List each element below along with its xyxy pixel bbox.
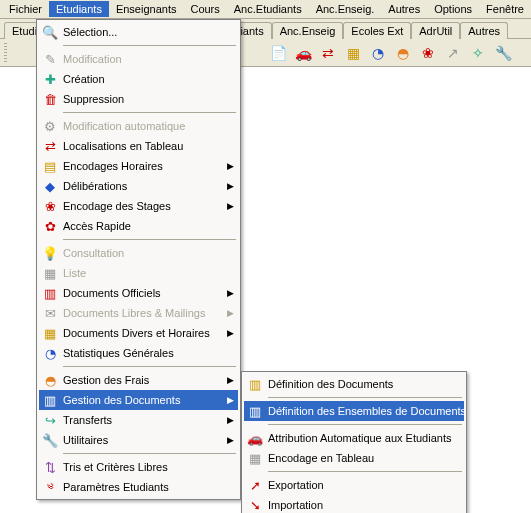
- menu-modification-label: Modification: [63, 53, 234, 65]
- menubar-item-ancenseig[interactable]: Anc.Enseig.: [309, 1, 382, 17]
- menu-separator: [268, 424, 462, 425]
- menu-docs-divers[interactable]: ▦Documents Divers et Horaires▶: [39, 323, 238, 343]
- menu-separator: [63, 112, 236, 113]
- menu-modification-icon: ✎: [41, 50, 59, 68]
- tb-10[interactable]: 🔧: [492, 42, 514, 64]
- menu-gestion-documents-icon: ▥: [41, 391, 59, 409]
- tab-ecolesext[interactable]: Ecoles Ext: [343, 22, 411, 39]
- submenu-arrow-icon: ▶: [224, 328, 234, 338]
- sub-attribution-auto[interactable]: 🚗Attribution Automatique aux Etudiants: [244, 428, 464, 448]
- sub-def-ensembles[interactable]: ▥Définition des Ensembles de Documents: [244, 401, 464, 421]
- menu-separator: [63, 453, 236, 454]
- menubar-item-fentre[interactable]: Fenêtre: [479, 1, 531, 17]
- tb-05[interactable]: ◔: [367, 42, 389, 64]
- menu-acces-rapide-label: Accès Rapide: [63, 220, 234, 232]
- menu-liste-label: Liste: [63, 267, 234, 279]
- menu-transferts[interactable]: ↪Transferts▶: [39, 410, 238, 430]
- submenu-gestion-documents: ▥Définition des Documents▥Définition des…: [241, 371, 467, 513]
- menu-creation[interactable]: ✚Création: [39, 69, 238, 89]
- menu-encodage-stages[interactable]: ❀Encodage des Stages▶: [39, 196, 238, 216]
- menu-creation-label: Création: [63, 73, 234, 85]
- menu-separator: [268, 397, 462, 398]
- menu-encodages-horaires[interactable]: ▤Encodages Horaires▶: [39, 156, 238, 176]
- tb-04[interactable]: ▦: [342, 42, 364, 64]
- submenu-arrow-icon: ▶: [224, 375, 234, 385]
- menu-utilitaires-icon: 🔧: [41, 431, 59, 449]
- menubar-item-autres[interactable]: Autres: [381, 1, 427, 17]
- menu-docs-divers-label: Documents Divers et Horaires: [63, 327, 224, 339]
- menu-transferts-label: Transferts: [63, 414, 224, 426]
- menu-modif-auto-label: Modification automatique: [63, 120, 234, 132]
- sub-encodage-tableau-icon: ▦: [246, 449, 264, 467]
- menu-docs-officiels[interactable]: ▥Documents Officiels▶: [39, 283, 238, 303]
- menu-localisations-label: Localisations en Tableau: [63, 140, 234, 152]
- tb-07[interactable]: ❀: [417, 42, 439, 64]
- menu-tris-criteres-label: Tris et Critères Libres: [63, 461, 234, 473]
- sub-attribution-auto-label: Attribution Automatique aux Etudiants: [268, 432, 460, 444]
- menu-modif-auto: ⚙Modification automatique: [39, 116, 238, 136]
- menubar-item-enseignants[interactable]: Enseignants: [109, 1, 184, 17]
- sub-def-documents[interactable]: ▥Définition des Documents: [244, 374, 464, 394]
- menu-stats[interactable]: ◔Statistiques Générales: [39, 343, 238, 363]
- menubar-item-fichier[interactable]: Fichier: [2, 1, 49, 17]
- menu-acces-rapide-icon: ✿: [41, 217, 59, 235]
- submenu-arrow-icon: ▶: [224, 201, 234, 211]
- menu-transferts-icon: ↪: [41, 411, 59, 429]
- menu-separator: [63, 45, 236, 46]
- menubar-item-options[interactable]: Options: [427, 1, 479, 17]
- menu-tris-criteres[interactable]: ⇅Tris et Critères Libres: [39, 457, 238, 477]
- menubar-item-ancetudiants[interactable]: Anc.Etudiants: [227, 1, 309, 17]
- tb-08[interactable]: ↗: [442, 42, 464, 64]
- menubar: FichierEtudiantsEnseignantsCoursAnc.Etud…: [0, 0, 531, 19]
- menu-suppression[interactable]: 🗑Suppression: [39, 89, 238, 109]
- menu-docs-libres-icon: ✉: [41, 304, 59, 322]
- menu-gestion-documents[interactable]: ▥Gestion des Documents▶: [39, 390, 238, 410]
- menu-liste-icon: ▦: [41, 264, 59, 282]
- tab-ancenseig[interactable]: Anc.Enseig: [272, 22, 344, 39]
- tb-02[interactable]: 🚗: [292, 42, 314, 64]
- sub-encodage-tableau[interactable]: ▦Encodage en Tableau: [244, 448, 464, 468]
- tab-autres[interactable]: Autres: [460, 22, 508, 39]
- menu-docs-officiels-icon: ▥: [41, 284, 59, 302]
- menu-etudiants: 🔍Sélection...✎Modification✚Création🗑Supp…: [36, 19, 241, 500]
- menu-encodage-stages-icon: ❀: [41, 197, 59, 215]
- menu-utilitaires[interactable]: 🔧Utilitaires▶: [39, 430, 238, 450]
- submenu-arrow-icon: ▶: [224, 181, 234, 191]
- menu-modif-auto-icon: ⚙: [41, 117, 59, 135]
- sub-exportation-icon: ➚: [246, 476, 264, 494]
- tb-03[interactable]: ⇄: [317, 42, 339, 64]
- menu-gestion-frais[interactable]: ◓Gestion des Frais▶: [39, 370, 238, 390]
- menu-deliberations-icon: ◆: [41, 177, 59, 195]
- sub-exportation-label: Exportation: [268, 479, 460, 491]
- menubar-item-cours[interactable]: Cours: [183, 1, 226, 17]
- menu-selection-icon: 🔍: [41, 23, 59, 41]
- menu-selection[interactable]: 🔍Sélection...: [39, 22, 238, 42]
- menu-deliberations[interactable]: ◆Délibérations▶: [39, 176, 238, 196]
- menu-localisations[interactable]: ⇄Localisations en Tableau: [39, 136, 238, 156]
- sub-importation[interactable]: ➘Importation: [244, 495, 464, 513]
- menu-separator: [63, 366, 236, 367]
- menu-stats-icon: ◔: [41, 344, 59, 362]
- tab-adrutil[interactable]: AdrUtil: [411, 22, 460, 39]
- menu-deliberations-label: Délibérations: [63, 180, 224, 192]
- menu-suppression-icon: 🗑: [41, 90, 59, 108]
- menu-modification: ✎Modification: [39, 49, 238, 69]
- menu-stats-label: Statistiques Générales: [63, 347, 234, 359]
- menubar-item-etudiants[interactable]: Etudiants: [49, 1, 109, 17]
- menu-encodages-horaires-icon: ▤: [41, 157, 59, 175]
- menu-localisations-icon: ⇄: [41, 137, 59, 155]
- sub-def-ensembles-icon: ▥: [246, 402, 264, 420]
- tb-01[interactable]: 📄: [267, 42, 289, 64]
- menu-gestion-documents-label: Gestion des Documents: [63, 394, 224, 406]
- submenu-arrow-icon: ▶: [224, 308, 234, 318]
- sub-exportation[interactable]: ➚Exportation: [244, 475, 464, 495]
- tb-06[interactable]: ◓: [392, 42, 414, 64]
- menu-acces-rapide[interactable]: ✿Accès Rapide: [39, 216, 238, 236]
- tb-09[interactable]: ✧: [467, 42, 489, 64]
- menu-docs-libres-label: Documents Libres & Mailings: [63, 307, 224, 319]
- menu-tris-criteres-icon: ⇅: [41, 458, 59, 476]
- menu-encodages-horaires-label: Encodages Horaires: [63, 160, 224, 172]
- menu-parametres-etudiants[interactable]: ༄Paramètres Etudiants: [39, 477, 238, 497]
- menu-consultation: 💡Consultation: [39, 243, 238, 263]
- menu-docs-officiels-label: Documents Officiels: [63, 287, 224, 299]
